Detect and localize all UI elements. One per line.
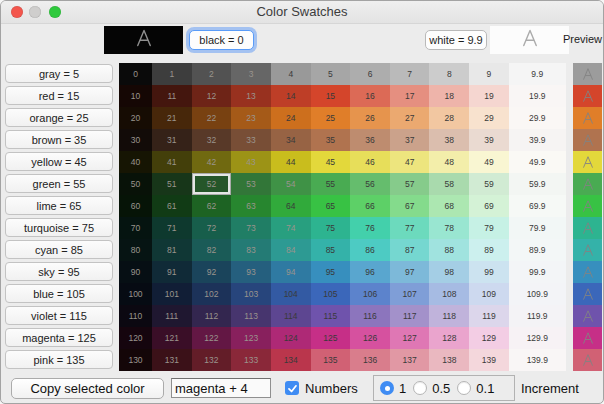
swatch-cell-87[interactable]: 87 xyxy=(390,239,430,261)
swatch-cell-102[interactable]: 102 xyxy=(192,283,232,305)
swatch-cell-51[interactable]: 51 xyxy=(152,173,192,195)
swatch-cell-23[interactable]: 23 xyxy=(231,107,271,129)
swatch-cell-115[interactable]: 115 xyxy=(311,305,351,327)
swatch-cell-55[interactable]: 55 xyxy=(311,173,351,195)
sidebar-item-red[interactable]: red = 15 xyxy=(5,86,113,105)
swatch-cell-138[interactable]: 138 xyxy=(429,349,469,371)
swatch-cell-98[interactable]: 98 xyxy=(429,261,469,283)
swatch-cell-137[interactable]: 137 xyxy=(390,349,430,371)
swatch-cell-49.9[interactable]: 49.9 xyxy=(509,151,566,173)
swatch-cell-16[interactable]: 16 xyxy=(350,85,390,107)
swatch-cell-85[interactable]: 85 xyxy=(311,239,351,261)
swatch-cell-0[interactable]: 0 xyxy=(119,63,152,85)
swatch-cell-93[interactable]: 93 xyxy=(231,261,271,283)
swatch-cell-8[interactable]: 8 xyxy=(429,63,469,85)
swatch-cell-75[interactable]: 75 xyxy=(311,217,351,239)
swatch-cell-60[interactable]: 60 xyxy=(119,195,152,217)
swatch-cell-139.9[interactable]: 139.9 xyxy=(509,349,566,371)
swatch-cell-59.9[interactable]: 59.9 xyxy=(509,173,566,195)
swatch-cell-21[interactable]: 21 xyxy=(152,107,192,129)
swatch-cell-131[interactable]: 131 xyxy=(152,349,192,371)
swatch-cell-7[interactable]: 7 xyxy=(390,63,430,85)
swatch-cell-70[interactable]: 70 xyxy=(119,217,152,239)
increment-option-1[interactable]: 1 xyxy=(380,381,406,396)
swatch-cell-132[interactable]: 132 xyxy=(192,349,232,371)
swatch-cell-59[interactable]: 59 xyxy=(469,173,509,195)
numbers-checkbox[interactable] xyxy=(285,381,299,395)
swatch-cell-129.9[interactable]: 129.9 xyxy=(509,327,566,349)
swatch-cell-79[interactable]: 79 xyxy=(469,217,509,239)
swatch-cell-57[interactable]: 57 xyxy=(390,173,430,195)
swatch-cell-97[interactable]: 97 xyxy=(390,261,430,283)
swatch-cell-95[interactable]: 95 xyxy=(311,261,351,283)
swatch-cell-125[interactable]: 125 xyxy=(311,327,351,349)
swatch-cell-3[interactable]: 3 xyxy=(231,63,271,85)
swatch-cell-65[interactable]: 65 xyxy=(311,195,351,217)
swatch-cell-74[interactable]: 74 xyxy=(271,217,311,239)
swatch-cell-78[interactable]: 78 xyxy=(429,217,469,239)
black-point-button[interactable]: black = 0 xyxy=(189,30,254,50)
swatch-cell-66[interactable]: 66 xyxy=(350,195,390,217)
swatch-cell-94[interactable]: 94 xyxy=(271,261,311,283)
swatch-cell-62[interactable]: 62 xyxy=(192,195,232,217)
swatch-cell-127[interactable]: 127 xyxy=(390,327,430,349)
swatch-cell-109[interactable]: 109 xyxy=(469,283,509,305)
swatch-cell-44[interactable]: 44 xyxy=(271,151,311,173)
swatch-cell-122[interactable]: 122 xyxy=(192,327,232,349)
swatch-cell-42[interactable]: 42 xyxy=(192,151,232,173)
swatch-cell-68[interactable]: 68 xyxy=(429,195,469,217)
swatch-cell-105[interactable]: 105 xyxy=(311,283,351,305)
swatch-cell-130[interactable]: 130 xyxy=(119,349,152,371)
swatch-cell-129[interactable]: 129 xyxy=(469,327,509,349)
swatch-cell-38[interactable]: 38 xyxy=(429,129,469,151)
swatch-cell-128[interactable]: 128 xyxy=(429,327,469,349)
swatch-cell-109.9[interactable]: 109.9 xyxy=(509,283,566,305)
swatch-cell-139[interactable]: 139 xyxy=(469,349,509,371)
swatch-cell-46[interactable]: 46 xyxy=(350,151,390,173)
swatch-cell-64[interactable]: 64 xyxy=(271,195,311,217)
swatch-cell-82[interactable]: 82 xyxy=(192,239,232,261)
swatch-cell-29[interactable]: 29 xyxy=(469,107,509,129)
swatch-cell-19[interactable]: 19 xyxy=(469,85,509,107)
swatch-cell-63[interactable]: 63 xyxy=(231,195,271,217)
sidebar-item-magenta[interactable]: magenta = 125 xyxy=(5,328,113,347)
sidebar-item-orange[interactable]: orange = 25 xyxy=(5,108,113,127)
swatch-cell-81[interactable]: 81 xyxy=(152,239,192,261)
swatch-cell-1[interactable]: 1 xyxy=(152,63,192,85)
swatch-cell-27[interactable]: 27 xyxy=(390,107,430,129)
swatch-cell-39.9[interactable]: 39.9 xyxy=(509,129,566,151)
swatch-cell-108[interactable]: 108 xyxy=(429,283,469,305)
swatch-cell-114[interactable]: 114 xyxy=(271,305,311,327)
swatch-cell-77[interactable]: 77 xyxy=(390,217,430,239)
swatch-cell-89.9[interactable]: 89.9 xyxy=(509,239,566,261)
sidebar-item-green[interactable]: green = 55 xyxy=(5,174,113,193)
swatch-cell-135[interactable]: 135 xyxy=(311,349,351,371)
white-point-button[interactable]: white = 9.9 xyxy=(425,30,487,50)
swatch-cell-113[interactable]: 113 xyxy=(231,305,271,327)
swatch-cell-56[interactable]: 56 xyxy=(350,173,390,195)
swatch-cell-88[interactable]: 88 xyxy=(429,239,469,261)
swatch-cell-110[interactable]: 110 xyxy=(119,305,152,327)
sidebar-item-sky[interactable]: sky = 95 xyxy=(5,262,113,281)
swatch-cell-31[interactable]: 31 xyxy=(152,129,192,151)
swatch-cell-80[interactable]: 80 xyxy=(119,239,152,261)
swatch-cell-123[interactable]: 123 xyxy=(231,327,271,349)
swatch-cell-106[interactable]: 106 xyxy=(350,283,390,305)
swatch-cell-34[interactable]: 34 xyxy=(271,129,311,151)
swatch-cell-50[interactable]: 50 xyxy=(119,173,152,195)
swatch-cell-121[interactable]: 121 xyxy=(152,327,192,349)
swatch-cell-117[interactable]: 117 xyxy=(390,305,430,327)
swatch-cell-4[interactable]: 4 xyxy=(271,63,311,85)
swatch-cell-84[interactable]: 84 xyxy=(271,239,311,261)
sidebar-item-lime[interactable]: lime = 65 xyxy=(5,196,113,215)
swatch-cell-67[interactable]: 67 xyxy=(390,195,430,217)
swatch-cell-92[interactable]: 92 xyxy=(192,261,232,283)
swatch-cell-71[interactable]: 71 xyxy=(152,217,192,239)
swatch-cell-18[interactable]: 18 xyxy=(429,85,469,107)
swatch-cell-47[interactable]: 47 xyxy=(390,151,430,173)
swatch-cell-24[interactable]: 24 xyxy=(271,107,311,129)
swatch-cell-20[interactable]: 20 xyxy=(119,107,152,129)
swatch-cell-116[interactable]: 116 xyxy=(350,305,390,327)
swatch-cell-43[interactable]: 43 xyxy=(231,151,271,173)
swatch-cell-111[interactable]: 111 xyxy=(152,305,192,327)
